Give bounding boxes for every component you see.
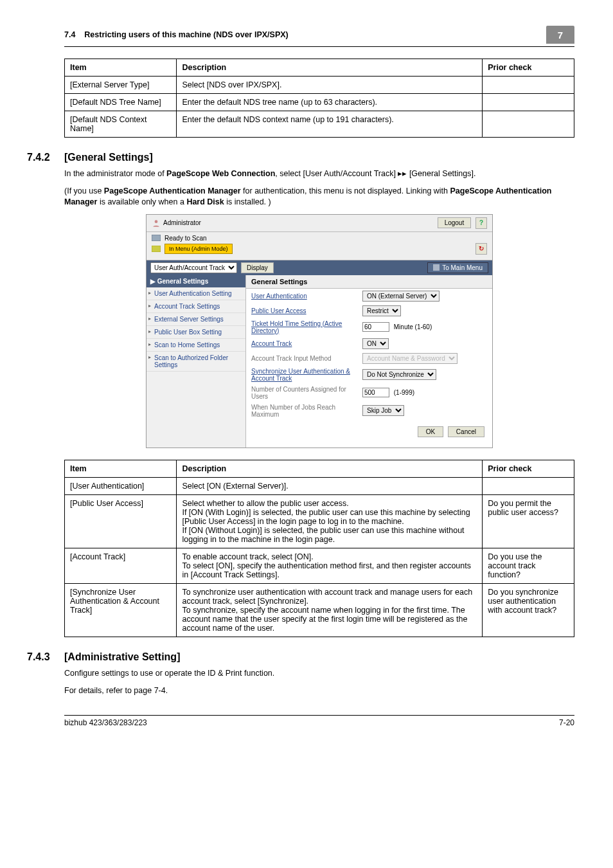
cell-item: [User Authentication] <box>65 477 177 494</box>
cell-desc: Select [ON (External Server)]. <box>177 477 483 494</box>
cell-prior: Do you synchronize user authentication w… <box>483 583 574 637</box>
section-heading-743: 7.4.3[Administrative Setting] <box>27 651 574 663</box>
cell-prior <box>483 94 574 111</box>
cell-prior <box>483 77 574 94</box>
to-main-menu-button[interactable]: To Main Menu <box>427 262 488 273</box>
cell-prior: Do you permit the public user access? <box>483 494 574 548</box>
section-heading-742: 7.4.2[General Settings] <box>27 152 574 163</box>
cell-item: [Default NDS Tree Name] <box>65 94 177 111</box>
select-jobs-max[interactable]: Skip Job <box>362 405 404 416</box>
cell-desc: To synchronize user authentication with … <box>177 583 483 637</box>
section-title: [General Settings] <box>64 152 153 163</box>
cell-desc: To enable account track, select [ON]. To… <box>177 548 483 583</box>
label-num-counters: Number of Counters Assigned for Users <box>251 386 357 400</box>
label-jobs-max: When Number of Jobs Reach Maximum <box>251 404 357 418</box>
sidebar-header: ▶ General Settings <box>147 275 245 287</box>
th-desc: Description <box>177 59 483 77</box>
ok-button[interactable]: OK <box>418 426 443 437</box>
section-title: [Administrative Setting] <box>64 651 180 662</box>
table-row: [Default NDS Context Name] Enter the def… <box>65 111 574 138</box>
link-public-user-access[interactable]: Public User Access <box>251 307 357 314</box>
cell-item: [Synchronize User Authentication & Accou… <box>65 583 177 637</box>
table-row: [Account Track] To enable account track,… <box>65 548 574 583</box>
table-general-settings: Item Description Prior check [User Authe… <box>64 460 574 637</box>
footer-page: 7-20 <box>559 718 574 727</box>
select-account-input: Account Name & Password <box>362 353 458 364</box>
ready-label: Ready to Scan <box>164 235 207 242</box>
table-row: [External Server Type] Select [NDS over … <box>65 77 574 94</box>
link-ticket-hold[interactable]: Ticket Hold Time Setting (Active Directo… <box>251 320 357 334</box>
help-button[interactable]: ? <box>475 217 487 229</box>
section-num: 7.4.2 <box>27 152 64 163</box>
select-user-auth[interactable]: ON (External Server) <box>362 291 440 302</box>
select-account-track[interactable]: ON <box>362 338 389 349</box>
table-row: [Synchronize User Authentication & Accou… <box>65 583 574 637</box>
footer-model: bizhub 423/363/283/223 <box>64 718 147 727</box>
label-account-track-input: Account Track Input Method <box>251 355 357 362</box>
menu-icon <box>433 264 440 271</box>
cell-desc: Enter the default NDS tree name (up to 6… <box>177 94 483 111</box>
table-row: [Default NDS Tree Name] Enter the defaul… <box>65 94 574 111</box>
admin-label: Administrator <box>163 219 201 226</box>
sidebar-item-account-track[interactable]: Account Track Settings <box>147 300 245 313</box>
cell-item: [External Server Type] <box>65 77 177 94</box>
chapter-box: 7 <box>546 26 574 44</box>
user-icon <box>152 219 161 228</box>
cell-desc: Select [NDS over IPX/SPX]. <box>177 77 483 94</box>
cell-prior <box>483 477 574 494</box>
th-item: Item <box>65 460 177 477</box>
th-desc: Description <box>177 460 483 477</box>
main-title: General Settings <box>246 275 492 289</box>
cell-prior <box>483 111 574 138</box>
svg-rect-1 <box>152 235 161 241</box>
para-743-2: For details, refer to page 7-4. <box>64 685 574 696</box>
para-742-1: In the administrator mode of PageScope W… <box>64 168 574 179</box>
display-button[interactable]: Display <box>241 262 274 273</box>
table-external-server: Item Description Prior check [External S… <box>64 59 574 138</box>
suffix-minute: Minute (1-60) <box>394 323 432 330</box>
screenshot-panel: Administrator Logout ? Ready to Scan In … <box>146 214 493 448</box>
folder-icon <box>152 246 161 252</box>
input-ticket-hold[interactable] <box>362 322 389 332</box>
cell-item: [Default NDS Context Name] <box>65 111 177 138</box>
sidebar-item-public-box[interactable]: Public User Box Setting <box>147 326 245 339</box>
cell-item: [Account Track] <box>65 548 177 583</box>
header-section-title: Restricting users of this machine (NDS o… <box>84 30 288 39</box>
sidebar-item-external-server[interactable]: External Server Settings <box>147 313 245 326</box>
refresh-button[interactable]: ↻ <box>475 243 487 255</box>
logout-button[interactable]: Logout <box>438 217 472 228</box>
svg-point-0 <box>155 220 158 223</box>
scanner-icon <box>152 235 161 241</box>
th-item: Item <box>65 59 177 77</box>
table-row: [Public User Access] Select whether to a… <box>65 494 574 548</box>
para-743-1: Configure settings to use or operate the… <box>64 668 574 679</box>
th-prior: Prior check <box>483 460 574 477</box>
menu-mode-chip: In Menu (Admin Mode) <box>164 244 233 254</box>
link-user-authentication[interactable]: User Authentication <box>251 293 357 300</box>
para-742-2: (If you use PageScope Authentication Man… <box>64 186 574 208</box>
cell-desc: Enter the default NDS context name (up t… <box>177 111 483 138</box>
sidebar-item-scan-home[interactable]: Scan to Home Settings <box>147 339 245 352</box>
header-section-no: 7.4 <box>64 30 75 39</box>
cancel-button[interactable]: Cancel <box>448 426 484 437</box>
th-prior: Prior check <box>483 59 574 77</box>
select-sync[interactable]: Do Not Synchronize <box>362 369 436 380</box>
cell-prior: Do you use the account track function? <box>483 548 574 583</box>
svg-rect-3 <box>433 264 440 271</box>
section-num: 7.4.3 <box>27 651 64 663</box>
suffix-range: (1-999) <box>394 389 414 396</box>
link-sync-auth[interactable]: Synchronize User Authentication & Accoun… <box>251 368 357 382</box>
input-num-counters[interactable] <box>362 388 389 397</box>
svg-rect-2 <box>152 246 161 252</box>
sidebar-item-scan-auth-folder[interactable]: Scan to Authorized Folder Settings <box>147 352 245 372</box>
select-public-access[interactable]: Restrict <box>362 305 401 316</box>
cell-desc: Select whether to allow the public user … <box>177 494 483 548</box>
link-account-track[interactable]: Account Track <box>251 340 357 347</box>
table-row: [User Authentication] Select [ON (Extern… <box>65 477 574 494</box>
cell-item: [Public User Access] <box>65 494 177 548</box>
sidebar-item-user-auth[interactable]: User Authentication Setting <box>147 287 245 300</box>
category-select[interactable]: User Auth/Account Track <box>150 262 237 273</box>
